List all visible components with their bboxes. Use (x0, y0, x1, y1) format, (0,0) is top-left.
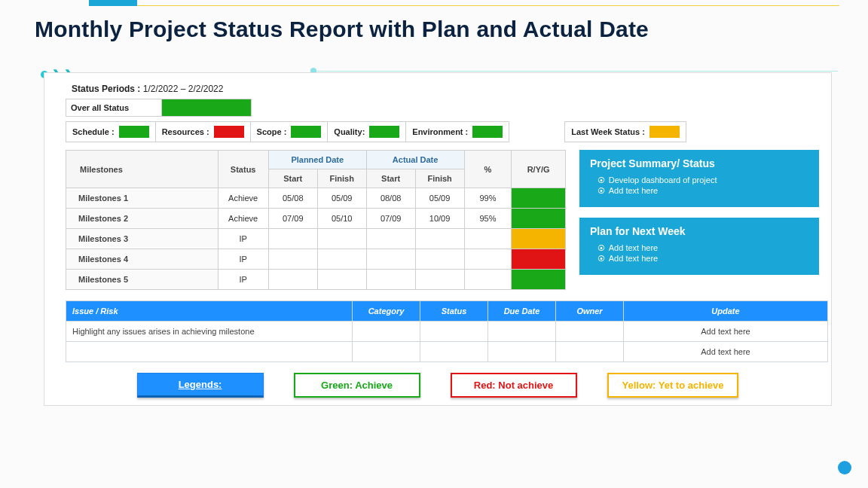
milestone-pfinish (317, 249, 366, 270)
milestone-status: Achieve (218, 209, 268, 229)
milestone-ryg (512, 209, 566, 229)
col-pfinish: Finish (317, 169, 366, 188)
status-period-label: Status Periods : (72, 84, 140, 94)
issue-category (353, 322, 420, 342)
overall-status-label-box: Over all Status (66, 99, 162, 117)
plan-title: Plan for Next Week (590, 225, 808, 237)
table-row: Milestones 3IP (66, 229, 566, 249)
col-issue: Issue / Risk (66, 301, 353, 322)
milestone-ryg (512, 188, 566, 209)
overall-status-swatch-box (161, 99, 252, 117)
milestone-name: Milestones 4 (66, 249, 219, 270)
table-row: Milestones 5IP (66, 270, 566, 290)
summary-box: Project Summary/ Status Develop dashboar… (579, 150, 819, 207)
milestone-status: Achieve (218, 188, 268, 209)
dimension-swatch (369, 126, 399, 138)
dimension-4: Environment : (405, 121, 509, 142)
decor-line (316, 71, 838, 72)
milestone-pct (464, 270, 512, 290)
milestone-astart (366, 229, 415, 249)
milestone-name: Milestones 1 (66, 188, 219, 209)
dimension-3: Quality: (327, 121, 406, 142)
milestone-pct: 95% (464, 209, 512, 229)
issue-category (353, 342, 420, 362)
legend-row: Legends: Green: Achieve Red: Not achieve… (53, 373, 822, 398)
summary-title: Project Summary/ Status (590, 157, 808, 169)
milestone-astart: 08/08 (366, 188, 415, 209)
col-afinish: Finish (415, 169, 464, 188)
dimension-2: Scope : (250, 121, 329, 142)
milestone-status: IP (218, 270, 268, 290)
milestone-ryg (512, 270, 566, 290)
col-istatus: Status (420, 301, 488, 322)
table-row: Milestones 1Achieve05/0805/0908/0805/099… (66, 188, 566, 209)
status-period-value: 1/2/2022 – 2/2/2022 (143, 84, 224, 94)
milestone-pstart: 05/08 (268, 188, 317, 209)
side-column: Project Summary/ Status Develop dashboar… (579, 150, 819, 290)
milestone-astart (366, 270, 415, 290)
dimension-label: Resources : (162, 127, 209, 136)
issue-due (488, 322, 556, 342)
bullet-line: Add text here (598, 186, 808, 195)
table-row: Add text here (66, 342, 828, 362)
col-status: Status (218, 151, 268, 188)
col-owner: Owner (556, 301, 624, 322)
issue-owner (556, 342, 624, 362)
overall-row: Over all Status (66, 99, 822, 117)
bullet-line: Develop dashboard of project (598, 175, 808, 185)
table-row: Milestones 2Achieve07/0905/1007/0910/099… (66, 209, 566, 229)
milestone-pfinish: 05/09 (317, 188, 366, 209)
dimension-label: Schedule : (72, 127, 115, 136)
milestone-ryg (512, 249, 566, 270)
issue-update: Add text here (624, 322, 828, 342)
table-row: Milestones 4IP (66, 249, 566, 270)
issue-text: Highlight any issues arises in achieving… (66, 322, 353, 342)
dimension-label: Quality: (334, 127, 365, 136)
corner-dot-icon (838, 461, 851, 474)
dimension-0: Schedule : (66, 121, 156, 142)
dimension-swatch (472, 126, 503, 138)
plan-box: Plan for Next Week Add text hereAdd text… (579, 218, 819, 275)
milestone-pstart (268, 270, 317, 290)
milestone-status: IP (218, 249, 268, 270)
milestone-name: Milestones 3 (66, 229, 219, 249)
dimension-swatch (119, 126, 149, 138)
last-week-swatch (649, 126, 680, 138)
milestone-table: Milestones Status Planned Date Actual Da… (66, 150, 566, 290)
milestone-afinish (415, 270, 464, 290)
dimension-row: Schedule :Resources :Scope :Quality:Envi… (66, 121, 822, 142)
milestone-astart (366, 249, 415, 270)
overall-status-swatch (162, 99, 251, 116)
milestone-name: Milestones 5 (66, 270, 219, 290)
milestone-pfinish: 05/10 (317, 209, 366, 229)
dimension-label: Environment : (412, 127, 468, 136)
col-planned: Planned Date (268, 151, 366, 169)
col-astart: Start (366, 169, 415, 188)
col-pct: % (464, 151, 512, 188)
milestone-pct (464, 229, 512, 249)
milestone-astart: 07/09 (366, 209, 415, 229)
milestone-pstart (268, 249, 317, 270)
issue-status (420, 342, 488, 362)
top-accent-bar (89, 0, 137, 6)
top-rule (137, 5, 839, 6)
milestone-pstart: 07/09 (268, 209, 317, 229)
bullet-line: Add text here (598, 243, 808, 252)
issue-update: Add text here (624, 342, 828, 362)
dimension-label: Scope : (257, 127, 287, 136)
issue-due (488, 342, 556, 362)
dimension-swatch (214, 126, 244, 138)
legend-title: Legends: (137, 373, 264, 398)
col-due: Due Date (488, 301, 556, 322)
milestone-pct (464, 249, 512, 270)
legend-green: Green: Achieve (294, 373, 420, 398)
milestone-afinish (415, 249, 464, 270)
last-week-box: Last Week Status : (564, 121, 686, 142)
issue-text (66, 342, 353, 362)
issue-table: Issue / Risk Category Status Due Date Ow… (66, 300, 828, 362)
table-row: Highlight any issues arises in achieving… (66, 322, 828, 342)
milestone-afinish: 10/09 (415, 209, 464, 229)
legend-yellow: Yellow: Yet to achieve (607, 373, 739, 398)
col-update: Update (624, 301, 828, 322)
dimension-1: Resources : (155, 121, 251, 142)
